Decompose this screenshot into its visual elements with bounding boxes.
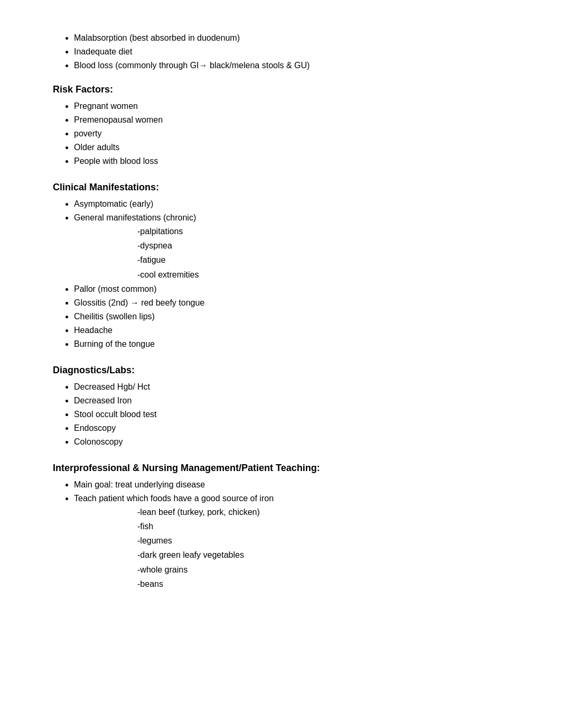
intro-bullet-list: Malabsorption (best absorbed in duodenum… xyxy=(53,32,519,72)
intro-item-3: Blood loss (commonly through GI→ black/m… xyxy=(74,59,519,72)
list-item: Glossitis (2nd) → red beefy tongue xyxy=(74,297,519,309)
list-item: -whole grains xyxy=(137,563,519,577)
list-item: Main goal: treat underlying disease xyxy=(74,478,519,491)
risk-factors-section: Risk Factors: Pregnant women Premenopaus… xyxy=(53,82,519,168)
intro-item-2: Inadequate diet xyxy=(74,45,519,58)
intro-item-1: Malabsorption (best absorbed in duodenum… xyxy=(74,32,519,44)
list-item: General manifestations (chronic) -palpit… xyxy=(74,211,519,282)
list-item: Asymptomatic (early) xyxy=(74,198,519,210)
management-heading: Interprofessional & Nursing Management/P… xyxy=(53,461,519,475)
diagnostics-list: Decreased Hgb/ Hct Decreased Iron Stool … xyxy=(53,381,519,448)
list-item: Cheilitis (swollen lips) xyxy=(74,310,519,323)
list-item: Stool occult blood test xyxy=(74,408,519,421)
diagnostics-heading: Diagnostics/Labs: xyxy=(53,363,519,377)
list-item: Decreased Iron xyxy=(74,394,519,407)
list-item: -legumes xyxy=(137,533,519,548)
management-sub-indent: -lean beef (turkey, pork, chicken) -fish… xyxy=(74,505,519,591)
list-item: Pallor (most common) xyxy=(74,283,519,296)
list-item: -fatigue xyxy=(137,253,519,267)
list-item: Burning of the tongue xyxy=(74,338,519,351)
risk-factors-heading: Risk Factors: xyxy=(53,82,519,97)
list-item: -cool extremities xyxy=(137,268,519,282)
risk-factors-list: Pregnant women Premenopausal women pover… xyxy=(53,100,519,168)
management-list: Main goal: treat underlying disease Teac… xyxy=(53,478,519,591)
clinical-manifestations-heading: Clinical Manifestations: xyxy=(53,180,519,195)
list-item: -fish xyxy=(137,519,519,533)
list-item: -dyspnea xyxy=(137,238,519,253)
list-item: poverty xyxy=(74,127,519,140)
management-section: Interprofessional & Nursing Management/P… xyxy=(53,461,519,591)
list-item: Pregnant women xyxy=(74,100,519,113)
list-item: -palpitations xyxy=(137,224,519,238)
list-item: Older adults xyxy=(74,141,519,154)
list-item: Endoscopy xyxy=(74,422,519,435)
clinical-manifestations-list: Asymptomatic (early) General manifestati… xyxy=(53,198,519,351)
clinical-manifestations-section: Clinical Manifestations: Asymptomatic (e… xyxy=(53,180,519,351)
list-item: -beans xyxy=(137,577,519,591)
clinical-sub-indent: -palpitations -dyspnea -fatigue -cool ex… xyxy=(74,224,519,282)
diagnostics-section: Diagnostics/Labs: Decreased Hgb/ Hct Dec… xyxy=(53,363,519,448)
list-item: -lean beef (turkey, pork, chicken) xyxy=(137,505,519,519)
list-item: Premenopausal women xyxy=(74,114,519,126)
list-item: People with blood loss xyxy=(74,155,519,168)
list-item: Teach patient which foods have a good so… xyxy=(74,492,519,591)
list-item: Colonoscopy xyxy=(74,436,519,448)
list-item: Decreased Hgb/ Hct xyxy=(74,381,519,393)
list-item: Headache xyxy=(74,324,519,337)
list-item: -dark green leafy vegetables xyxy=(137,548,519,562)
